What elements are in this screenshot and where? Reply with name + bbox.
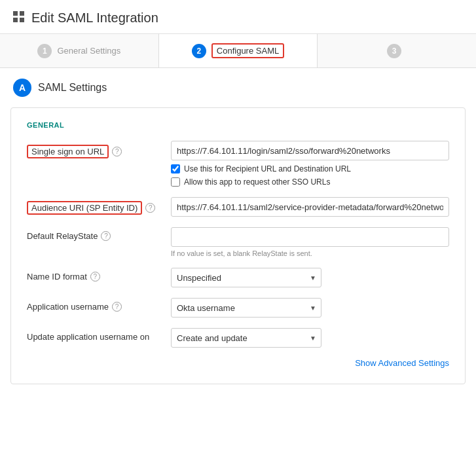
- name-id-format-label: Name ID format: [27, 272, 87, 282]
- step-1-circle: 1: [37, 44, 52, 58]
- general-group-label: GENERAL: [27, 121, 449, 129]
- single-sign-on-help-icon[interactable]: ?: [112, 147, 122, 156]
- relay-state-help-icon[interactable]: ?: [101, 231, 111, 241]
- svg-rect-3: [20, 18, 24, 22]
- application-username-label: Application username: [27, 302, 109, 312]
- update-username-controls: Create and update Create only ▼: [171, 328, 449, 348]
- audience-uri-controls: [171, 197, 449, 217]
- step-3[interactable]: 3: [318, 34, 476, 67]
- allow-sso-checkbox[interactable]: [171, 177, 180, 187]
- step-2-label: Configure SAML: [211, 43, 284, 58]
- application-username-select[interactable]: Okta username Email Custom: [171, 298, 321, 318]
- saml-settings-card: GENERAL Single sign on URL ? Use this fo…: [10, 107, 466, 384]
- single-sign-on-input[interactable]: [171, 141, 449, 160]
- svg-rect-0: [13, 11, 18, 16]
- use-recipient-checkbox[interactable]: [171, 164, 180, 173]
- advanced-settings-row: Show Advanced Settings: [27, 358, 449, 368]
- relay-state-row: Default RelayState ? If no value is set,…: [27, 227, 449, 257]
- application-username-controls: Okta username Email Custom ▼: [171, 298, 449, 318]
- step-2[interactable]: 2 Configure SAML: [159, 34, 318, 67]
- step-2-circle: 2: [192, 44, 206, 58]
- section-letter: A: [13, 79, 31, 97]
- section-header: A SAML Settings: [0, 68, 476, 107]
- relay-state-input[interactable]: [171, 227, 449, 247]
- audience-uri-label: Audience URI (SP Entity ID): [27, 201, 142, 215]
- single-sign-on-label-col: Single sign on URL ?: [27, 141, 171, 158]
- page-title: Edit SAML Integration: [31, 10, 158, 26]
- use-recipient-checkbox-row: Use this for Recipient URL and Destinati…: [171, 164, 449, 173]
- name-id-format-row: Name ID format ? Unspecified EmailAddres…: [27, 268, 449, 287]
- name-id-format-label-col: Name ID format ?: [27, 268, 171, 282]
- step-1[interactable]: 1 General Settings: [0, 34, 159, 67]
- audience-uri-input[interactable]: [171, 197, 449, 217]
- application-username-help-icon[interactable]: ?: [112, 302, 122, 312]
- update-username-label-col: Update application username on: [27, 328, 171, 342]
- audience-uri-row: Audience URI (SP Entity ID) ?: [27, 197, 449, 217]
- application-username-row: Application username ? Okta username Ema…: [27, 298, 449, 318]
- name-id-format-select[interactable]: Unspecified EmailAddress Persistent Tran…: [171, 268, 321, 287]
- step-1-label: General Settings: [57, 46, 120, 56]
- update-username-select[interactable]: Create and update Create only: [171, 328, 321, 348]
- single-sign-on-row: Single sign on URL ? Use this for Recipi…: [27, 141, 449, 187]
- update-username-select-wrapper: Create and update Create only ▼: [171, 328, 321, 348]
- stepper: 1 General Settings 2 Configure SAML 3: [0, 34, 476, 68]
- application-username-label-col: Application username ?: [27, 298, 171, 312]
- name-id-format-controls: Unspecified EmailAddress Persistent Tran…: [171, 268, 449, 287]
- allow-sso-label: Allow this app to request other SSO URLs: [184, 177, 330, 187]
- svg-rect-2: [13, 18, 18, 22]
- allow-sso-checkbox-row: Allow this app to request other SSO URLs: [171, 177, 449, 187]
- single-sign-on-controls: Use this for Recipient URL and Destinati…: [171, 141, 449, 187]
- section-title: SAML Settings: [38, 82, 107, 94]
- relay-state-hint: If no value is set, a blank RelayState i…: [171, 249, 449, 257]
- audience-uri-label-col: Audience URI (SP Entity ID) ?: [27, 197, 171, 215]
- step-3-circle: 3: [387, 44, 401, 58]
- name-id-format-select-wrapper: Unspecified EmailAddress Persistent Tran…: [171, 268, 321, 287]
- show-advanced-settings-link[interactable]: Show Advanced Settings: [355, 358, 449, 368]
- name-id-format-help-icon[interactable]: ?: [90, 272, 100, 282]
- audience-uri-help-icon[interactable]: ?: [145, 203, 155, 213]
- application-username-select-wrapper: Okta username Email Custom ▼: [171, 298, 321, 318]
- relay-state-label-col: Default RelayState ?: [27, 227, 171, 241]
- grid-icon: [13, 11, 25, 25]
- svg-rect-1: [20, 11, 24, 16]
- relay-state-controls: If no value is set, a blank RelayState i…: [171, 227, 449, 257]
- page-header: Edit SAML Integration: [0, 0, 476, 34]
- update-username-label: Update application username on: [27, 332, 149, 342]
- use-recipient-label: Use this for Recipient URL and Destinati…: [184, 164, 351, 173]
- update-username-row: Update application username on Create an…: [27, 328, 449, 348]
- relay-state-label: Default RelayState: [27, 231, 98, 241]
- single-sign-on-label: Single sign on URL: [27, 145, 109, 158]
